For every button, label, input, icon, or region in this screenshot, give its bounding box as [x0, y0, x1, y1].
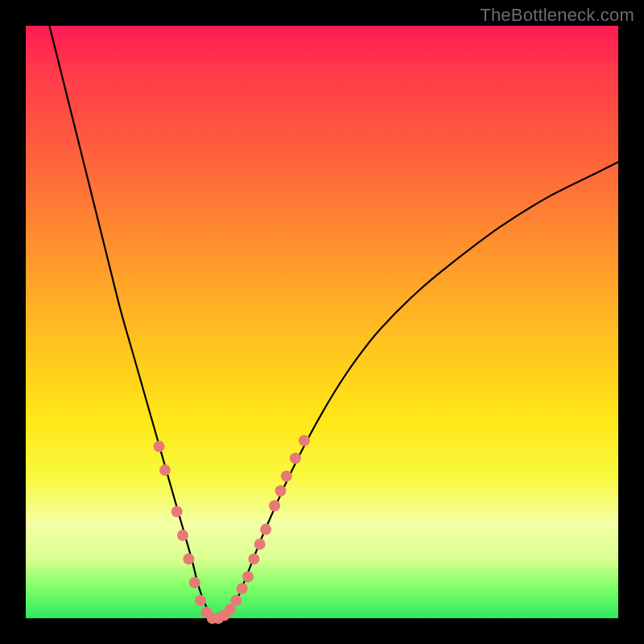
highlight-dot — [230, 595, 242, 606]
plot-area — [26, 26, 618, 618]
highlight-dot — [260, 524, 271, 535]
highlight-dot — [269, 500, 280, 511]
highlight-dot — [290, 452, 301, 464]
highlight-dot — [195, 595, 206, 606]
highlight-dot — [281, 470, 292, 481]
curve-layer — [26, 26, 618, 618]
highlight-dot — [299, 435, 310, 446]
highlight-dot — [275, 485, 287, 497]
highlight-markers — [154, 435, 310, 624]
highlight-dot — [242, 572, 254, 583]
highlight-dot — [237, 583, 248, 594]
chart-frame: TheBottleneck.com — [0, 0, 644, 644]
highlight-dot — [154, 441, 165, 452]
bottleneck-curve — [49, 26, 618, 619]
highlight-dot — [177, 530, 188, 541]
highlight-dot — [189, 577, 200, 588]
highlight-dot — [171, 506, 183, 518]
watermark-text: TheBottleneck.com — [480, 5, 634, 26]
highlight-dot — [248, 553, 259, 564]
highlight-dot — [183, 553, 194, 564]
highlight-dot — [159, 464, 171, 476]
highlight-dot — [254, 539, 266, 550]
